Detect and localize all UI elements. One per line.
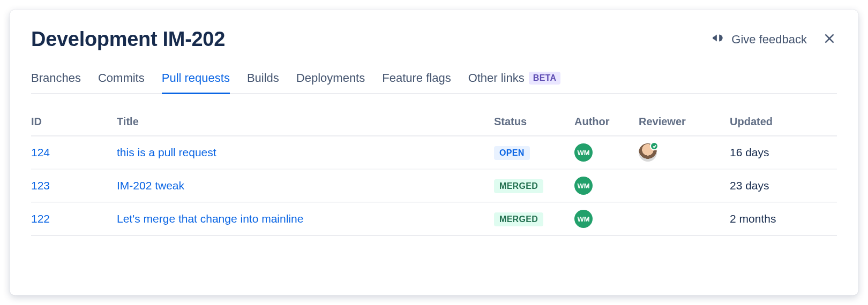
status-badge: MERGED xyxy=(494,179,543,193)
megaphone-icon xyxy=(711,31,725,48)
pr-updated-cell: 23 days xyxy=(730,179,837,192)
pr-id-link[interactable]: 124 xyxy=(31,146,117,159)
col-updated: Updated xyxy=(730,116,837,128)
pr-title-link[interactable]: IM-202 tweak xyxy=(117,179,494,192)
pr-updated-cell: 16 days xyxy=(730,146,837,159)
tab-label: Feature flags xyxy=(382,71,451,85)
pr-author-cell: WM xyxy=(574,177,639,195)
pull-requests-table: ID Title Status Author Reviewer Updated … xyxy=(31,116,837,236)
table-header: ID Title Status Author Reviewer Updated xyxy=(31,116,837,136)
col-status: Status xyxy=(494,116,574,128)
pr-title-link[interactable]: Let's merge that change into mainline xyxy=(117,212,494,225)
tab-label: Branches xyxy=(31,71,81,85)
pr-reviewer-cell xyxy=(639,143,730,162)
close-icon xyxy=(822,32,836,48)
col-reviewer: Reviewer xyxy=(639,116,730,128)
status-badge: OPEN xyxy=(494,146,530,160)
tab-commits[interactable]: Commits xyxy=(98,71,145,94)
development-panel: Development IM-202 Give feedback Branche… xyxy=(10,10,858,295)
pr-id-link[interactable]: 122 xyxy=(31,212,117,225)
tab-pull-requests[interactable]: Pull requests xyxy=(162,71,230,94)
table-body: 124this is a pull requestOPENWM16 days12… xyxy=(31,136,837,236)
pr-title-link[interactable]: this is a pull request xyxy=(117,146,494,159)
header-actions: Give feedback xyxy=(711,31,837,48)
tab-branches[interactable]: Branches xyxy=(31,71,81,94)
col-author: Author xyxy=(574,116,639,128)
give-feedback-button[interactable]: Give feedback xyxy=(711,31,807,48)
table-row: 124this is a pull requestOPENWM16 days xyxy=(31,136,837,170)
pr-status-cell: MERGED xyxy=(494,179,574,193)
page-title: Development IM-202 xyxy=(31,28,225,51)
pr-updated-cell: 2 months xyxy=(730,212,837,225)
beta-badge: BETA xyxy=(529,72,561,85)
tab-label: Deployments xyxy=(296,71,365,85)
reviewer-avatar[interactable] xyxy=(639,143,657,162)
tab-feature-flags[interactable]: Feature flags xyxy=(382,71,451,94)
tab-label: Pull requests xyxy=(162,71,230,85)
tab-bar: BranchesCommitsPull requestsBuildsDeploy… xyxy=(31,71,837,94)
col-title: Title xyxy=(117,116,494,128)
status-badge: MERGED xyxy=(494,212,543,226)
pr-author-cell: WM xyxy=(574,143,639,162)
give-feedback-label: Give feedback xyxy=(731,33,807,47)
tab-other-links[interactable]: Other linksBETA xyxy=(468,71,561,94)
pr-id-link[interactable]: 123 xyxy=(31,179,117,192)
author-avatar[interactable]: WM xyxy=(574,143,593,162)
approved-check-icon xyxy=(650,142,659,150)
tab-label: Other links xyxy=(468,71,525,85)
close-button[interactable] xyxy=(822,32,837,47)
table-row: 123IM-202 tweakMERGEDWM23 days xyxy=(31,170,837,203)
author-avatar[interactable]: WM xyxy=(574,210,593,228)
col-id: ID xyxy=(31,116,117,128)
pr-status-cell: OPEN xyxy=(494,146,574,160)
table-row: 122Let's merge that change into mainline… xyxy=(31,203,837,236)
tab-builds[interactable]: Builds xyxy=(247,71,279,94)
pr-status-cell: MERGED xyxy=(494,212,574,226)
tab-label: Builds xyxy=(247,71,279,85)
panel-header: Development IM-202 Give feedback xyxy=(31,28,837,51)
pr-author-cell: WM xyxy=(574,210,639,228)
tab-label: Commits xyxy=(98,71,145,85)
tab-deployments[interactable]: Deployments xyxy=(296,71,365,94)
author-avatar[interactable]: WM xyxy=(574,177,593,195)
